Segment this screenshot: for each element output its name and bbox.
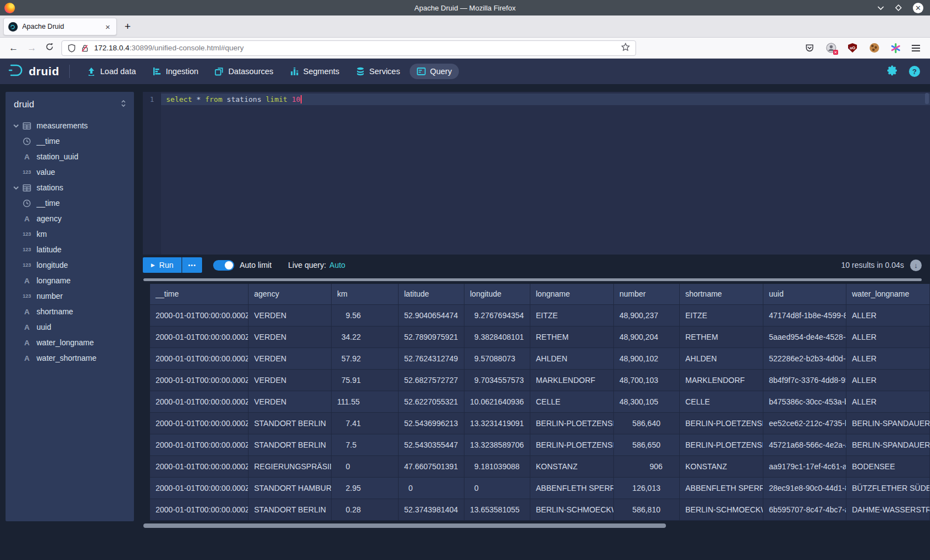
cell-uuid[interactable]: b475386c-30cc-453a-b3: [763, 391, 846, 413]
cell-km[interactable]: 7.41: [332, 413, 399, 434]
cookie-extension-icon[interactable]: [869, 43, 880, 54]
cell-agency[interactable]: REGIERUNGSPRÄSIDIUM: [249, 456, 332, 478]
cell-uuid[interactable]: ee52ce62-212c-4735-b4: [763, 413, 846, 434]
tree-column-agency[interactable]: Aagency: [6, 211, 134, 226]
cell-uuid[interactable]: aa9179c1-17ef-4c61-a48: [763, 456, 846, 478]
run-button[interactable]: ▶ Run: [143, 257, 182, 273]
window-maximize-button[interactable]: [895, 4, 902, 11]
column-header-latitude[interactable]: latitude: [399, 284, 464, 305]
cell-longname[interactable]: KONSTANZ: [530, 456, 614, 478]
column-header-agency[interactable]: agency: [249, 284, 332, 305]
cell-longitude[interactable]: 13.3231419091: [464, 413, 530, 434]
tree-column-water_shortname[interactable]: Awater_shortname: [6, 350, 134, 366]
cell-agency[interactable]: VERDEN: [249, 326, 332, 348]
cell-longitude[interactable]: 9.57088073: [464, 348, 530, 370]
sql-editor[interactable]: 1 select * from stations limit 10: [143, 92, 930, 255]
shield-icon[interactable]: [68, 44, 76, 53]
ublock-icon[interactable]: uO: [847, 43, 858, 54]
cell-shortname[interactable]: KONSTANZ: [680, 456, 763, 478]
bookmark-star-icon[interactable]: [621, 43, 630, 54]
tree-column-latitude[interactable]: 123latitude: [6, 242, 134, 257]
cell-km[interactable]: 75.91: [332, 370, 399, 391]
window-close-button[interactable]: ✕: [913, 3, 923, 13]
cell-water_longname[interactable]: ALLER: [846, 305, 930, 326]
cell-uuid[interactable]: 8b4f9f7c-3376-4dd8-95c: [763, 370, 846, 391]
tree-column-shortname[interactable]: Ashortname: [6, 304, 134, 319]
cell-longitude[interactable]: 9.7034557573: [464, 370, 530, 391]
nav-item-services[interactable]: Services: [349, 64, 407, 79]
cell-latitude[interactable]: 52.5436996213: [399, 413, 464, 434]
cell-number[interactable]: 48,900,204: [614, 326, 680, 348]
cell-agency[interactable]: STANDORT BERLIN: [249, 413, 332, 434]
pane-resize-handle[interactable]: [143, 278, 922, 281]
cell-water_longname[interactable]: ALLER: [846, 326, 930, 348]
cell-agency[interactable]: VERDEN: [249, 348, 332, 370]
cell-water_longname[interactable]: ALLER: [846, 391, 930, 413]
cell-longname[interactable]: AHLDEN: [530, 348, 614, 370]
tree-column-longitude[interactable]: 123longitude: [6, 257, 134, 273]
chevron-down-icon[interactable]: [13, 186, 22, 190]
cell-agency[interactable]: VERDEN: [249, 391, 332, 413]
column-header-__time[interactable]: __time: [150, 284, 249, 305]
new-tab-button[interactable]: +: [125, 20, 131, 33]
tree-column-station_uuid[interactable]: Astation_uuid: [6, 149, 134, 164]
cell-agency[interactable]: STANDORT HAMBURG: [249, 478, 332, 499]
nav-item-datasources[interactable]: Datasources: [208, 64, 280, 79]
cell-number[interactable]: 48,900,237: [614, 305, 680, 326]
url-text[interactable]: 172.18.0.4:30899/unified-console.html#qu…: [94, 44, 621, 52]
browser-tab[interactable]: Apache Druid ×: [3, 18, 117, 35]
cell-km[interactable]: 9.56: [332, 305, 399, 326]
cell-km[interactable]: 7.5: [332, 434, 399, 456]
cell-__time[interactable]: 2000-01-01T00:00:00.000Z: [150, 434, 249, 456]
help-icon[interactable]: ?: [909, 66, 920, 77]
horizontal-scrollbar[interactable]: [143, 523, 922, 528]
cell-longname[interactable]: RETHEM: [530, 326, 614, 348]
cell-water_longname[interactable]: ALLER: [846, 348, 930, 370]
live-query-value[interactable]: Auto: [329, 261, 345, 269]
reload-button[interactable]: [45, 43, 54, 54]
cell-latitude[interactable]: 52.5430355447: [399, 434, 464, 456]
cell-longname[interactable]: BERLIN-PLOETZENSEE U: [530, 434, 614, 456]
cell-longitude[interactable]: 13.653581055: [464, 499, 530, 521]
column-header-shortname[interactable]: shortname: [680, 284, 763, 305]
cell-longitude[interactable]: 9.2767694354: [464, 305, 530, 326]
cell-km[interactable]: 34.22: [332, 326, 399, 348]
cell-uuid[interactable]: 5aaed954-de4e-4528-8f: [763, 326, 846, 348]
cell-latitude[interactable]: 52.7624312749: [399, 348, 464, 370]
cell-latitude[interactable]: 47.6607501391: [399, 456, 464, 478]
nav-item-load-data[interactable]: Load data: [80, 64, 143, 79]
tree-column-uuid[interactable]: Auuid: [6, 319, 134, 335]
column-header-uuid[interactable]: uuid: [763, 284, 846, 305]
tree-column-__time[interactable]: __time: [6, 133, 134, 149]
cell-__time[interactable]: 2000-01-01T00:00:00.000Z: [150, 391, 249, 413]
cell-number[interactable]: 586,640: [614, 413, 680, 434]
asterisk-extension-icon[interactable]: [890, 43, 901, 54]
cell-shortname[interactable]: MARKLENDORF: [680, 370, 763, 391]
cell-longitude[interactable]: 13.3238589706: [464, 434, 530, 456]
tree-column-__time[interactable]: __time: [6, 195, 134, 211]
cell-water_longname[interactable]: BODENSEE: [846, 456, 930, 478]
forward-button[interactable]: →: [27, 43, 37, 54]
cell-water_longname[interactable]: BÜTZFLETHER SÜDERE: [846, 478, 930, 499]
cell-latitude[interactable]: 52.9040654474: [399, 305, 464, 326]
cell-__time[interactable]: 2000-01-01T00:00:00.000Z: [150, 456, 249, 478]
cell-longitude[interactable]: 0: [464, 478, 530, 499]
cell-__time[interactable]: 2000-01-01T00:00:00.000Z: [150, 348, 249, 370]
column-header-km[interactable]: km: [332, 284, 399, 305]
cell-agency[interactable]: VERDEN: [249, 305, 332, 326]
column-header-longname[interactable]: longname: [530, 284, 614, 305]
cell-water_longname[interactable]: BERLIN-SPANDAUER-S: [846, 434, 930, 456]
pocket-icon[interactable]: [804, 43, 815, 54]
cell-longitude[interactable]: 10.0621640936: [464, 391, 530, 413]
cell-uuid[interactable]: 47174d8f-1b8e-4599-8a: [763, 305, 846, 326]
nav-item-segments[interactable]: Segments: [283, 64, 347, 79]
cell-number[interactable]: 586,650: [614, 434, 680, 456]
tree-column-longname[interactable]: Alongname: [6, 273, 134, 288]
sql-query-text[interactable]: select * from stations limit 10: [166, 95, 302, 103]
cell-shortname[interactable]: RETHEM: [680, 326, 763, 348]
scrollbar-thumb[interactable]: [143, 523, 666, 528]
cell-shortname[interactable]: ABBENFLETH SPERRWEI: [680, 478, 763, 499]
cell-latitude[interactable]: 0: [399, 478, 464, 499]
cell-number[interactable]: 48,900,102: [614, 348, 680, 370]
url-bar[interactable]: 172.18.0.4:30899/unified-console.html#qu…: [61, 40, 636, 56]
